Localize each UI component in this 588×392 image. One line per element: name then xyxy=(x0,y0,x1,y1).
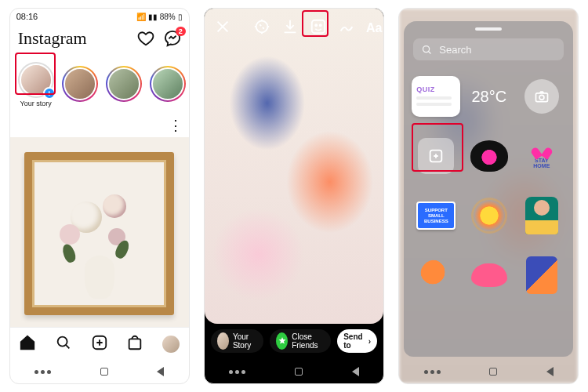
phone-sticker-tray: Search QUIZ 28°C xyxy=(398,8,579,384)
android-nav-bar xyxy=(399,360,578,383)
post-header: ⋮ xyxy=(10,114,189,137)
android-back-icon[interactable] xyxy=(157,367,164,376)
android-recents-icon[interactable] xyxy=(34,370,51,374)
temperature-sticker[interactable]: 28°C xyxy=(465,70,513,123)
nav-home-icon[interactable] xyxy=(19,334,36,354)
story-item[interactable] xyxy=(62,66,98,103)
clock: 08:16 xyxy=(16,12,38,21)
quiz-sticker[interactable]: QUIZ xyxy=(412,70,460,123)
sticker-sheet[interactable]: Search QUIZ 28°C xyxy=(404,21,573,357)
status-right: 📶 ▮▮ 88% ▯ xyxy=(136,13,183,21)
abstract-sticker[interactable] xyxy=(517,249,565,302)
add-image-icon xyxy=(427,147,445,165)
camera-icon xyxy=(534,89,550,104)
effects-icon[interactable] xyxy=(253,18,270,38)
bird-sticker[interactable] xyxy=(412,249,460,302)
support-small-business-sticker[interactable]: SUPPORT SMALL BUSINESS xyxy=(412,189,460,242)
sticker-icon[interactable] xyxy=(310,18,327,38)
stories-tray[interactable]: + Your story xyxy=(10,53,189,114)
lips-sticker[interactable] xyxy=(465,129,513,183)
your-story[interactable]: + Your story xyxy=(18,62,54,107)
editor-toolbar: Aa xyxy=(205,15,383,42)
search-placeholder: Search xyxy=(439,44,471,56)
nav-search-icon[interactable] xyxy=(55,334,72,354)
messenger-icon[interactable]: 2 xyxy=(164,30,181,47)
star-icon xyxy=(276,332,288,350)
fish-sticker[interactable] xyxy=(465,249,513,302)
story-item[interactable] xyxy=(150,66,186,103)
bottom-nav xyxy=(10,327,189,360)
story-canvas[interactable] xyxy=(205,9,383,324)
android-recents-icon[interactable] xyxy=(229,370,245,374)
sticker-search[interactable]: Search xyxy=(413,38,564,60)
chevron-right-icon: › xyxy=(368,337,371,346)
nav-newpost-icon[interactable] xyxy=(91,334,108,354)
svg-point-5 xyxy=(315,24,317,26)
drag-handle[interactable] xyxy=(475,27,502,31)
sun-sticker[interactable] xyxy=(465,189,513,242)
search-icon xyxy=(421,44,433,56)
share-footer: Your Story Close Friends Send to › xyxy=(205,324,383,358)
draw-icon[interactable] xyxy=(338,18,355,38)
android-nav-bar xyxy=(10,360,189,383)
app-logo: Instagram xyxy=(18,28,87,49)
svg-point-7 xyxy=(423,45,430,52)
status-bar: 08:16 📶 ▮▮ 88% ▯ xyxy=(10,9,189,24)
dm-badge: 2 xyxy=(176,27,186,36)
camera-sticker[interactable] xyxy=(517,70,565,123)
android-back-icon[interactable] xyxy=(546,367,554,376)
android-home-icon[interactable] xyxy=(489,368,497,376)
battery-percent: 88% xyxy=(160,13,176,21)
signal-icon: ▮▮ xyxy=(148,13,158,21)
android-back-icon[interactable] xyxy=(352,367,359,376)
post-menu-icon[interactable]: ⋮ xyxy=(169,117,181,134)
nav-shop-icon[interactable] xyxy=(126,334,143,354)
vase-graphic xyxy=(85,256,114,299)
phone-story-editor: Aa Your Story Close Friends Send to › xyxy=(204,8,384,384)
android-home-icon[interactable] xyxy=(100,368,108,376)
android-nav-bar xyxy=(205,360,383,383)
android-recents-icon[interactable] xyxy=(424,370,441,374)
wifi-icon: 📶 xyxy=(136,13,146,21)
save-icon[interactable] xyxy=(281,18,299,38)
avatar-icon xyxy=(217,332,229,350)
battery-icon: ▯ xyxy=(178,13,183,21)
svg-point-9 xyxy=(539,95,544,100)
post-image[interactable] xyxy=(10,137,189,327)
phone-instagram-home: 08:16 📶 ▮▮ 88% ▯ Instagram 2 + Your stor… xyxy=(9,8,190,384)
story-item[interactable] xyxy=(106,66,142,103)
svg-point-0 xyxy=(58,336,67,346)
close-icon[interactable] xyxy=(214,18,231,38)
gallery-sticker[interactable] xyxy=(412,129,460,183)
svg-rect-4 xyxy=(312,20,325,34)
close-friends-chip[interactable]: Close Friends xyxy=(270,329,331,353)
svg-rect-2 xyxy=(129,339,141,349)
svg-point-6 xyxy=(320,24,321,26)
svg-point-3 xyxy=(256,21,268,33)
activity-icon[interactable] xyxy=(137,30,154,47)
character-sticker[interactable] xyxy=(517,189,565,242)
svg-rect-8 xyxy=(535,93,547,102)
stay-home-sticker[interactable]: STAYHOME xyxy=(517,129,565,183)
android-home-icon[interactable] xyxy=(295,368,303,376)
send-to-button[interactable]: Send to › xyxy=(337,329,377,353)
heart-icon xyxy=(535,144,549,157)
sticker-grid: QUIZ 28°C STAYHOME SUPPORT S xyxy=(404,68,573,357)
add-story-plus-icon[interactable]: + xyxy=(43,87,56,100)
nav-profile-avatar[interactable] xyxy=(162,336,180,353)
app-header: Instagram 2 xyxy=(10,24,189,53)
your-story-chip[interactable]: Your Story xyxy=(211,329,263,353)
text-tool[interactable]: Aa xyxy=(366,21,382,35)
your-story-label: Your story xyxy=(20,100,52,107)
